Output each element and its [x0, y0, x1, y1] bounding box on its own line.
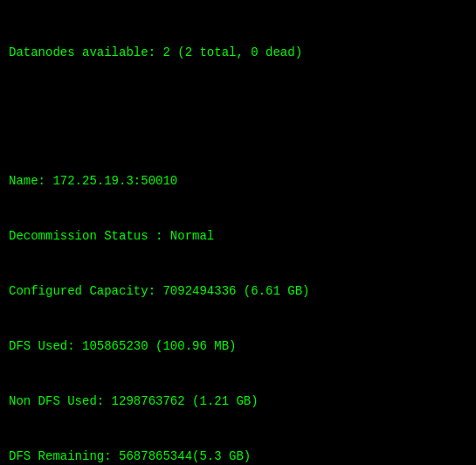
node-0-non-dfs-used: Non DFS Used: 1298763762 (1.21 GB) — [9, 392, 467, 411]
node-0-decommission: Decommission Status : Normal — [9, 227, 467, 246]
node-0-configured-capacity: Configured Capacity: 7092494336 (6.61 GB… — [9, 282, 467, 301]
node-0-dfs-remaining: DFS Remaining: 5687865344(5.3 GB) — [9, 448, 467, 465]
terminal-output: Datanodes available: 2 (2 total, 0 dead)… — [9, 7, 467, 465]
datanodes-header: Datanodes available: 2 (2 total, 0 dead) — [9, 44, 467, 62]
node-0-name: Name: 172.25.19.3:50010 — [9, 172, 467, 191]
node-0-dfs-used: DFS Used: 105865230 (100.96 MB) — [9, 337, 467, 356]
